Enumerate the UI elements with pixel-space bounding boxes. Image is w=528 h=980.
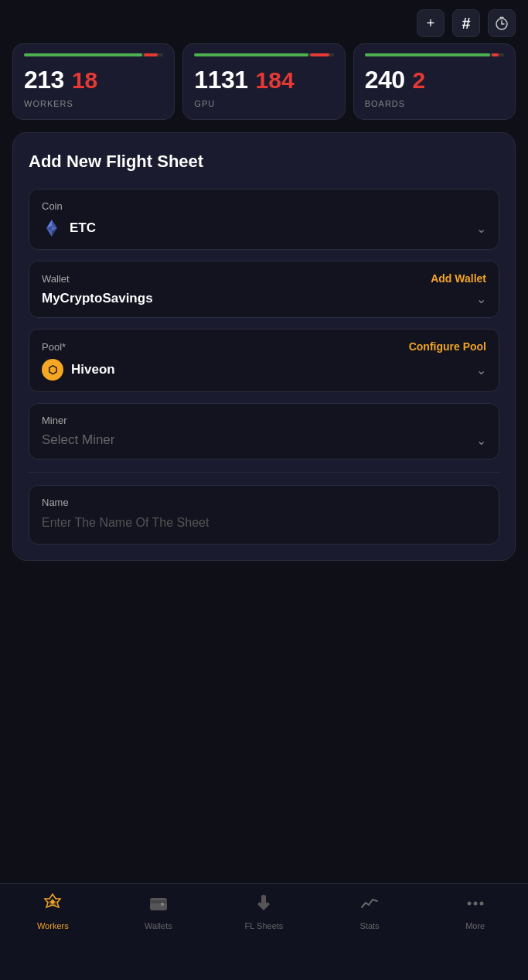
boards-main: 240 — [365, 66, 405, 94]
coin-row: ETC ⌄ — [42, 218, 486, 238]
nav-item-wallets[interactable]: Wallets — [106, 893, 212, 930]
flsheets-nav-label: FL Sheets — [245, 921, 284, 930]
workers-main: 213 — [24, 66, 64, 94]
form-card: Add New Flight Sheet Coin ETC — [12, 132, 516, 561]
main-content: Add New Flight Sheet Coin ETC — [0, 132, 528, 561]
timer-icon — [495, 16, 509, 30]
miner-chevron-icon: ⌄ — [476, 433, 486, 448]
form-title: Add New Flight Sheet — [29, 152, 499, 172]
coin-field[interactable]: Coin ETC ⌄ — [29, 189, 499, 250]
svg-point-19 — [467, 902, 471, 906]
wallet-row: MyCryptoSavings ⌄ — [42, 291, 486, 306]
svg-point-17 — [161, 903, 164, 906]
pool-value: Hiveon — [71, 362, 115, 377]
coin-chevron-icon: ⌄ — [476, 221, 486, 236]
stats-nav-icon — [359, 893, 380, 917]
miner-placeholder: Select Miner — [42, 432, 114, 448]
gpu-secondary: 184 — [256, 67, 295, 94]
workers-nav-label: Workers — [37, 921, 69, 930]
miner-label: Miner — [42, 415, 486, 426]
timer-button[interactable] — [488, 9, 516, 37]
wallet-field[interactable]: Wallet Add Wallet MyCryptoSavings ⌄ — [29, 261, 499, 318]
add-wallet-button[interactable]: Add Wallet — [431, 272, 486, 285]
flsheets-nav-icon — [254, 893, 274, 917]
svg-point-20 — [473, 902, 477, 906]
nav-item-stats[interactable]: Stats — [317, 893, 423, 930]
add-button[interactable]: + — [417, 9, 445, 37]
pool-value-container: ⬡ Hiveon — [42, 359, 115, 381]
boards-numbers: 240 2 — [365, 66, 504, 94]
nav-item-workers[interactable]: Workers — [0, 893, 106, 930]
wallets-nav-label: Wallets — [145, 921, 172, 930]
pool-row: ⬡ Hiveon ⌄ — [42, 359, 486, 381]
hash-button[interactable]: # — [452, 9, 480, 37]
form-divider — [29, 472, 499, 473]
gpu-card[interactable]: 1131 184 GPU — [182, 43, 345, 120]
gpu-main: 1131 — [194, 66, 247, 94]
stats-row: 213 18 WORKERS 1131 184 GPU 240 2 BOARDS — [0, 43, 528, 132]
coin-label: Coin — [42, 200, 486, 212]
svg-point-14 — [51, 900, 55, 904]
more-nav-label: More — [465, 921, 485, 930]
gpu-label: GPU — [194, 99, 333, 108]
wallet-label: Wallet — [42, 273, 70, 285]
top-bar: + # — [0, 0, 528, 43]
coin-value: ETC — [70, 220, 96, 236]
miner-field[interactable]: Miner Select Miner ⌄ — [29, 403, 499, 459]
pool-header: Pool* Configure Pool — [42, 340, 486, 353]
workers-secondary: 18 — [72, 67, 97, 94]
pool-chevron-icon: ⌄ — [476, 363, 486, 377]
wallet-header: Wallet Add Wallet — [42, 272, 486, 285]
boards-card[interactable]: 240 2 BOARDS — [353, 43, 516, 120]
wallet-nav-icon — [148, 893, 169, 917]
gpu-bar — [194, 53, 333, 56]
svg-point-21 — [479, 902, 483, 906]
name-field[interactable]: Name Enter The Name Of The Sheet — [29, 485, 499, 545]
svg-rect-15 — [150, 898, 167, 910]
workers-label: WORKERS — [24, 99, 163, 108]
boards-bar — [365, 53, 504, 56]
more-nav-icon — [465, 893, 485, 917]
svg-text:⬡: ⬡ — [48, 364, 57, 376]
pool-label: Pool* — [42, 341, 66, 353]
svg-rect-16 — [150, 900, 167, 903]
bottom-nav: Workers Wallets FL Sheets — [0, 883, 528, 980]
stats-nav-label: Stats — [360, 921, 380, 930]
workers-nav-icon — [43, 893, 63, 917]
hiveon-logo-icon: ⬡ — [42, 359, 63, 381]
pool-field[interactable]: Pool* Configure Pool ⬡ Hiveon ⌄ — [29, 329, 499, 392]
name-label: Name — [42, 497, 486, 508]
workers-bar — [24, 53, 163, 56]
nav-item-more[interactable]: More — [422, 893, 528, 930]
boards-secondary: 2 — [413, 67, 426, 94]
ethereum-icon — [42, 218, 62, 238]
boards-label: BOARDS — [365, 99, 504, 108]
workers-card[interactable]: 213 18 WORKERS — [12, 43, 175, 120]
name-placeholder: Enter The Name Of The Sheet — [42, 516, 486, 530]
workers-numbers: 213 18 — [24, 66, 163, 94]
wallet-chevron-icon: ⌄ — [476, 292, 486, 306]
wallet-value: MyCryptoSavings — [42, 291, 153, 306]
configure-pool-button[interactable]: Configure Pool — [409, 340, 486, 353]
nav-item-flsheets[interactable]: FL Sheets — [211, 893, 317, 930]
miner-row: Select Miner ⌄ — [42, 432, 486, 448]
gpu-numbers: 1131 184 — [194, 66, 333, 94]
coin-value-container: ETC — [42, 218, 96, 238]
